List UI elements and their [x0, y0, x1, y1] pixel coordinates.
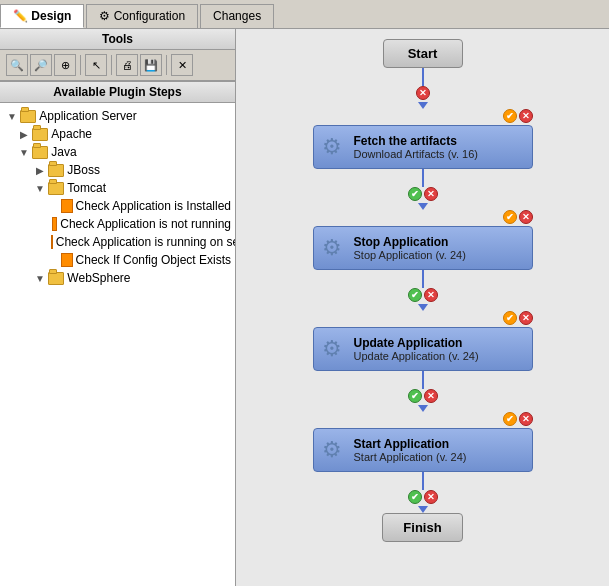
ctrl-c3-ok[interactable]: ✔	[408, 389, 422, 403]
toolbar-separator-3	[166, 55, 167, 75]
tree-item-java[interactable]: ▼ Java	[0, 143, 235, 161]
ctrl-stop-remove[interactable]: ✕	[519, 210, 533, 224]
connector-1: ✔ ✕	[408, 169, 438, 210]
tree-item-apache[interactable]: ▶ Apache	[0, 125, 235, 143]
step-start-title: Start Application	[354, 437, 520, 451]
plugin-header: Available Plugin Steps	[0, 81, 235, 103]
ctrl-stop-add[interactable]: ✔	[503, 210, 517, 224]
zoom-out-button[interactable]: 🔎	[30, 54, 52, 76]
step-fetch-wrapper: ✔ ✕ ⚙ Fetch the artifacts Download Artif…	[313, 109, 533, 169]
gear-icon-update: ⚙	[322, 336, 342, 362]
connector-arrow-4	[418, 506, 428, 513]
connector-arrow-start	[418, 102, 428, 109]
tab-design[interactable]: ✏️ Design	[0, 4, 84, 28]
ctrl-update-remove[interactable]: ✕	[519, 311, 533, 325]
step-stop[interactable]: ⚙ Stop Application Stop Application (v. …	[313, 226, 533, 270]
step-fetch[interactable]: ⚙ Fetch the artifacts Download Artifacts…	[313, 125, 533, 169]
ctrl-c1-ok[interactable]: ✔	[408, 187, 422, 201]
tab-changes[interactable]: Changes	[200, 4, 274, 28]
connector-2: ✔ ✕	[408, 270, 438, 311]
step-start-wrapper: ✔ ✕ ⚙ Start Application Start Applicatio…	[313, 412, 533, 472]
tree-item-websphere[interactable]: ▼ WebSphere	[0, 269, 235, 287]
ctrl-fetch-remove[interactable]: ✕	[519, 109, 533, 123]
connector-line-1	[422, 169, 424, 187]
toggle-tomcat[interactable]: ▼	[32, 183, 48, 194]
folder-icon-websphere	[48, 272, 64, 285]
label-apache: Apache	[51, 127, 92, 141]
ctrl-c1-remove[interactable]: ✕	[424, 187, 438, 201]
plugin-icon-check-not-running	[52, 217, 57, 231]
ctrl-c4-remove[interactable]: ✕	[424, 490, 438, 504]
ctrl-startapp-remove[interactable]: ✕	[519, 412, 533, 426]
tools-bar: 🔍 🔎 ⊕ ↖ 🖨 💾 ✕	[0, 50, 235, 80]
tab-changes-label: Changes	[213, 9, 261, 23]
tab-design-icon: ✏️	[13, 9, 31, 23]
right-panel: Start ✕ ✔ ✕ ⚙	[236, 29, 609, 586]
connector-arrow-2	[418, 304, 428, 311]
tab-bar: ✏️ Design ⚙ Configuration Changes	[0, 0, 609, 29]
connector-line-4	[422, 472, 424, 490]
connector-4: ✔ ✕	[408, 472, 438, 513]
ctrl-c4-ok[interactable]: ✔	[408, 490, 422, 504]
connector-line-3	[422, 371, 424, 389]
tree-item-check-installed[interactable]: Check Application is Installed	[0, 197, 235, 215]
toggle-application-server[interactable]: ▼	[4, 111, 20, 122]
folder-icon-tomcat	[48, 182, 64, 195]
label-tomcat: Tomcat	[67, 181, 106, 195]
ctrl-start-remove[interactable]: ✕	[416, 86, 430, 100]
main-container: ✏️ Design ⚙ Configuration Changes Tools …	[0, 0, 609, 586]
connector-line-start	[422, 68, 424, 86]
delete-button[interactable]: ✕	[171, 54, 193, 76]
left-panel: Tools 🔍 🔎 ⊕ ↖ 🖨 💾 ✕ Available Plugin	[0, 29, 236, 586]
step-stop-wrapper: ✔ ✕ ⚙ Stop Application Stop Application …	[313, 210, 533, 270]
connector-start: ✕	[416, 68, 430, 109]
step-start-app[interactable]: ⚙ Start Application Start Application (v…	[313, 428, 533, 472]
tree-area[interactable]: ▼ Application Server ▶ Apache ▼ Java	[0, 103, 235, 586]
toggle-apache[interactable]: ▶	[16, 129, 32, 140]
toggle-jboss[interactable]: ▶	[32, 165, 48, 176]
tab-configuration[interactable]: ⚙ Configuration	[86, 4, 198, 28]
gear-icon-stop: ⚙	[322, 235, 342, 261]
tree-item-check-config[interactable]: Check If Config Object Exists	[0, 251, 235, 269]
tree-item-application-server[interactable]: ▼ Application Server	[0, 107, 235, 125]
flow-container: Start ✕ ✔ ✕ ⚙	[313, 39, 533, 542]
step-update-subtitle: Update Application (v. 24)	[354, 350, 520, 362]
ctrl-fetch-add[interactable]: ✔	[503, 109, 517, 123]
label-java: Java	[51, 145, 76, 159]
gear-icon-fetch: ⚙	[322, 134, 342, 160]
ctrl-startapp-add[interactable]: ✔	[503, 412, 517, 426]
tree-item-tomcat[interactable]: ▼ Tomcat	[0, 179, 235, 197]
zoom-in-button[interactable]: 🔍	[6, 54, 28, 76]
folder-icon-application-server	[20, 110, 36, 123]
label-application-server: Application Server	[39, 109, 136, 123]
toggle-websphere[interactable]: ▼	[32, 273, 48, 284]
content-area: Tools 🔍 🔎 ⊕ ↖ 🖨 💾 ✕ Available Plugin	[0, 29, 609, 586]
tree-item-jboss[interactable]: ▶ JBoss	[0, 161, 235, 179]
folder-icon-jboss	[48, 164, 64, 177]
ctrl-update-add[interactable]: ✔	[503, 311, 517, 325]
toolbar-separator-2	[111, 55, 112, 75]
plugin-icon-check-installed	[61, 199, 73, 213]
tools-section: Tools 🔍 🔎 ⊕ ↖ 🖨 💾 ✕	[0, 29, 235, 81]
print-button[interactable]: 🖨	[116, 54, 138, 76]
tree-item-check-running[interactable]: Check Application is running on server o…	[0, 233, 235, 251]
select-button[interactable]: ↖	[85, 54, 107, 76]
ctrl-c2-ok[interactable]: ✔	[408, 288, 422, 302]
tab-configuration-label: Configuration	[114, 9, 185, 23]
connector-arrow-1	[418, 203, 428, 210]
tab-design-label: Design	[31, 9, 71, 23]
label-check-config: Check If Config Object Exists	[76, 253, 231, 267]
connector-arrow-3	[418, 405, 428, 412]
tools-header: Tools	[0, 29, 235, 50]
save-button[interactable]: 💾	[140, 54, 162, 76]
ctrl-c2-remove[interactable]: ✕	[424, 288, 438, 302]
tree-item-check-not-running[interactable]: Check Application is not running	[0, 215, 235, 233]
folder-icon-apache	[32, 128, 48, 141]
step-update[interactable]: ⚙ Update Application Update Application …	[313, 327, 533, 371]
start-node: Start	[383, 39, 463, 68]
ctrl-c3-remove[interactable]: ✕	[424, 389, 438, 403]
zoom-reset-button[interactable]: ⊕	[54, 54, 76, 76]
step-stop-subtitle: Stop Application (v. 24)	[354, 249, 520, 261]
step-fetch-subtitle: Download Artifacts (v. 16)	[354, 148, 520, 160]
toggle-java[interactable]: ▼	[16, 147, 32, 158]
